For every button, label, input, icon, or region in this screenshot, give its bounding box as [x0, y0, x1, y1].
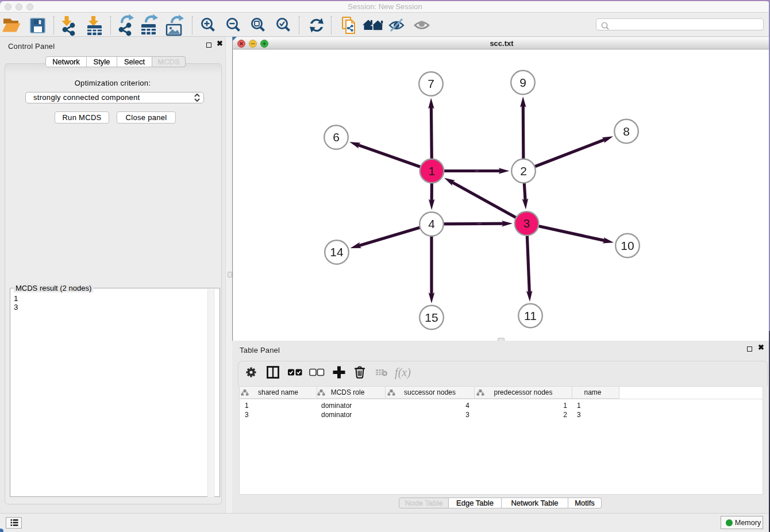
svg-text:15: 15 [425, 311, 438, 324]
svg-text:2: 2 [520, 164, 527, 178]
svg-text:6: 6 [333, 130, 340, 144]
svg-text:9: 9 [519, 76, 526, 89]
svg-text:7: 7 [428, 77, 434, 90]
svg-text:1: 1 [429, 164, 436, 178]
svg-text:3: 3 [523, 217, 530, 230]
svg-text:10: 10 [621, 239, 634, 252]
svg-text:8: 8 [623, 125, 630, 138]
svg-text:f(x): f(x) [395, 366, 411, 379]
svg-text:11: 11 [524, 309, 537, 322]
svg-text:4: 4 [428, 217, 435, 230]
svg-text:14: 14 [330, 245, 344, 259]
